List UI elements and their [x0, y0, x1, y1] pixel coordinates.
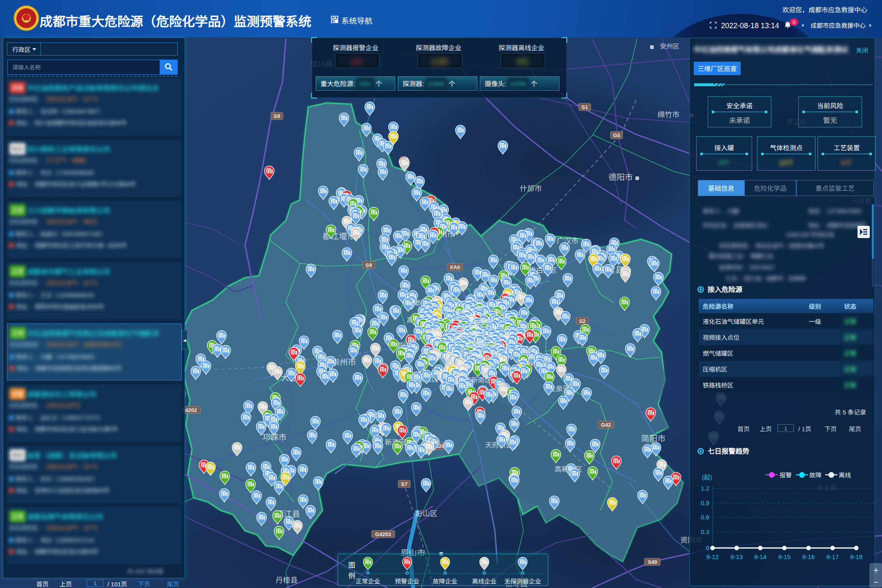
svg-text:8-16: 8-16 — [802, 552, 815, 561]
svg-text:绵竹市: 绵竹市 — [657, 109, 679, 119]
svg-text:S7: S7 — [401, 480, 408, 488]
svg-text:8-18: 8-18 — [850, 552, 862, 561]
svg-text:德阳市: 德阳市 — [608, 171, 633, 183]
svg-text:8-17: 8-17 — [826, 552, 839, 561]
svg-text:S1: S1 — [581, 103, 588, 111]
svg-text:S9: S9 — [274, 112, 280, 120]
svg-text:XA0: XA0 — [450, 263, 460, 271]
svg-text:(起): (起) — [702, 472, 712, 481]
svg-text:安州区: 安州区 — [660, 41, 679, 51]
svg-text:S40: S40 — [648, 558, 657, 566]
svg-text:G4203: G4203 — [375, 530, 391, 538]
svg-text:0.3: 0.3 — [701, 527, 709, 536]
svg-text:S9: S9 — [365, 261, 372, 269]
svg-text:丹棱县: 丹棱县 — [276, 574, 298, 585]
svg-text:简阳市: 简阳市 — [641, 432, 666, 444]
svg-text:8-15: 8-15 — [778, 552, 791, 561]
svg-text:0.6: 0.6 — [701, 512, 709, 521]
svg-text:1.2: 1.2 — [701, 483, 709, 492]
svg-text:彭山区: 彭山区 — [415, 508, 437, 518]
svg-text:报警: 报警 — [780, 470, 792, 479]
svg-text:离线: 离线 — [839, 470, 851, 479]
svg-text:0.9: 0.9 — [701, 498, 709, 507]
svg-text:S2: S2 — [579, 317, 586, 325]
svg-text:G5: G5 — [613, 131, 620, 139]
svg-text:8-12: 8-12 — [706, 552, 719, 561]
svg-text:故障: 故障 — [809, 470, 822, 479]
svg-text:8-13: 8-13 — [731, 552, 743, 561]
svg-text:0: 0 — [706, 543, 709, 552]
svg-text:8-14: 8-14 — [754, 552, 766, 561]
svg-text:什邡市: 什邡市 — [520, 183, 542, 193]
svg-text:G42: G42 — [601, 421, 611, 428]
